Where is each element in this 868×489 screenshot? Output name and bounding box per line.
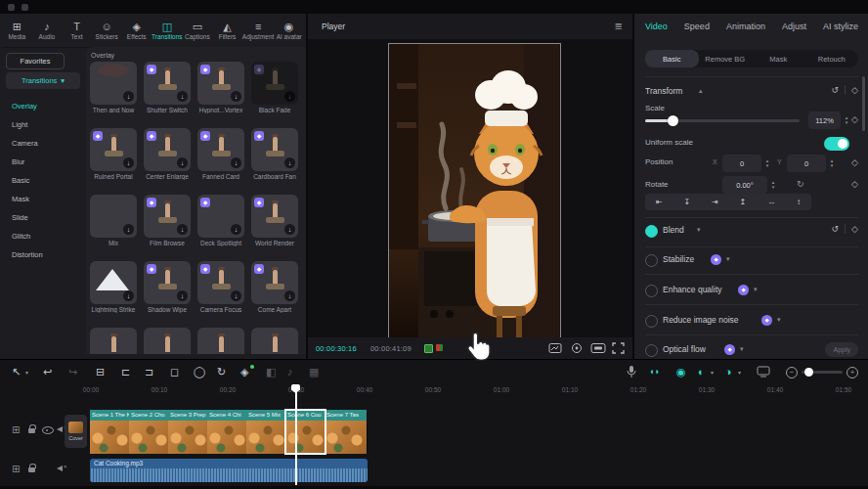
enhance-quality-checkbox[interactable] xyxy=(645,285,658,297)
chroma-key-icon[interactable]: ◯ xyxy=(194,365,205,378)
transition-card[interactable]: ↓ Then and Now xyxy=(90,62,137,113)
scale-value-field[interactable]: 112% xyxy=(808,111,841,129)
transition-card[interactable]: ◆↓ Center Enlarge xyxy=(144,128,191,180)
timeline-clip[interactable]: Scene 7 Tas xyxy=(325,410,368,454)
download-icon[interactable]: ↓ xyxy=(231,157,241,168)
sidebar-item-blur[interactable]: Blur xyxy=(12,157,24,166)
position-y-stepper[interactable]: ▴ ▾ xyxy=(827,155,837,172)
zoom-out-icon[interactable]: − xyxy=(786,367,798,378)
keyframe-icon[interactable]: ◇ xyxy=(851,224,858,234)
favorites-button[interactable]: Favorites xyxy=(6,53,65,69)
stepper-down-icon[interactable]: ▾ xyxy=(766,163,769,168)
tab-filters[interactable]: ◭Filters xyxy=(212,14,242,47)
stabilize-checkbox[interactable] xyxy=(645,254,658,267)
sidebar-item-mask[interactable]: Mask xyxy=(12,195,29,203)
stepper-down-icon[interactable]: ▾ xyxy=(846,120,848,125)
player-menu-icon[interactable]: ≣ xyxy=(615,21,623,31)
chevron-down-icon[interactable]: ▾ xyxy=(777,316,781,324)
tab-video[interactable]: Video xyxy=(645,22,668,31)
download-icon[interactable]: ↓ xyxy=(231,91,241,102)
transition-card[interactable] xyxy=(251,328,298,354)
visibility-icon[interactable] xyxy=(41,423,53,435)
transition-card[interactable] xyxy=(197,328,244,354)
download-icon[interactable]: ↓ xyxy=(123,157,134,168)
preview-toggle-icon[interactable]: ◐ xyxy=(698,365,705,378)
download-icon[interactable]: ↓ xyxy=(123,224,134,235)
trim-right-icon[interactable]: ⊐ xyxy=(145,365,153,378)
download-icon[interactable]: ↓ xyxy=(123,290,134,301)
align-bottom-icon[interactable]: ↧ xyxy=(683,198,690,206)
transition-card[interactable]: ◆↓ Shutter Switch xyxy=(144,62,191,113)
transition-card[interactable]: ◆↓ Ruined Portal xyxy=(90,128,137,180)
download-icon[interactable]: ↓ xyxy=(177,91,188,102)
scale-slider[interactable] xyxy=(645,119,800,122)
download-icon[interactable]: ↓ xyxy=(177,157,188,168)
timeline-clip-selected[interactable]: Scene 6 Coo xyxy=(285,410,326,454)
chevron-down-icon[interactable]: ▾ xyxy=(754,286,758,293)
sidebar-item-light[interactable]: Light xyxy=(12,120,27,129)
keyframe-icon[interactable]: ◇ xyxy=(851,179,858,189)
tab-media[interactable]: ⊞Media xyxy=(2,14,32,47)
undo-icon[interactable]: ↩ xyxy=(43,365,52,378)
tab-adjustment[interactable]: ≡Adjustment xyxy=(242,14,275,47)
tab-ai-stylize[interactable]: AI stylize xyxy=(823,22,858,31)
loop-icon[interactable]: ↻ xyxy=(217,365,226,378)
subtab-basic[interactable]: Basic xyxy=(645,50,699,67)
download-icon[interactable]: ↓ xyxy=(231,290,241,301)
position-y-field[interactable]: 0 xyxy=(787,155,826,172)
transition-card[interactable]: ◆↓ Come Apart xyxy=(251,261,298,313)
tab-adjust[interactable]: Adjust xyxy=(782,22,806,31)
align-top-icon[interactable]: ↥ xyxy=(740,198,747,206)
reset-icon[interactable]: ↺ xyxy=(832,85,840,95)
subtab-retouch[interactable]: Retouch xyxy=(805,50,859,67)
snap-toggle-icon[interactable]: ◖◗ xyxy=(649,365,660,378)
stepper-down-icon[interactable]: ▾ xyxy=(831,163,834,168)
sidebar-item-distortion[interactable]: Distortion xyxy=(12,250,43,259)
track-options-icon[interactable]: ◧ xyxy=(266,365,276,378)
cover-button[interactable]: Cover xyxy=(65,415,87,448)
timeline-clip[interactable]: Scene 1 The K xyxy=(90,410,130,454)
blend-checkbox[interactable] xyxy=(645,225,658,238)
transition-card[interactable]: ◆↓ Shadow Wipe xyxy=(144,261,191,313)
audio-clip[interactable]: Cat Cooking.mp3 xyxy=(90,459,368,482)
trim-left-icon[interactable]: ⊏ xyxy=(121,365,130,378)
transitions-group-button[interactable]: Transitions ▾ xyxy=(6,72,80,89)
stepper-down-icon[interactable]: ▾ xyxy=(772,185,775,190)
timeline-clip[interactable]: Scene 2 Cho xyxy=(129,410,169,454)
transition-card[interactable]: ↓ Mix xyxy=(90,195,137,246)
transition-card[interactable] xyxy=(144,328,191,354)
preview-window-icon[interactable] xyxy=(757,366,770,378)
download-icon[interactable]: ↓ xyxy=(284,224,295,235)
chevron-down-icon[interactable]: ▾ xyxy=(697,226,701,234)
preview-canvas[interactable] xyxy=(308,40,632,337)
aspect-ratio-icon[interactable] xyxy=(548,342,562,354)
transition-card[interactable]: ◆↓ Film Browse xyxy=(144,195,191,246)
timeline-clip[interactable]: Scene 5 Mix xyxy=(246,410,286,454)
download-icon[interactable]: ↓ xyxy=(177,224,188,235)
timeline-clip[interactable]: Scene 3 Prep xyxy=(168,410,208,454)
transition-card[interactable]: ◆↓ World Render xyxy=(251,195,298,246)
transition-card[interactable]: ◆↓ Hypnot...Vortex xyxy=(197,62,244,113)
transition-card[interactable]: ↓ Lightning Strike xyxy=(90,261,137,313)
record-voiceover-icon[interactable] xyxy=(626,365,637,378)
transition-card[interactable] xyxy=(90,328,137,354)
keyframe-icon[interactable]: ◇ xyxy=(851,157,858,167)
keyframe-icon[interactable]: ◇ xyxy=(851,114,858,124)
autoscroll-toggle-icon[interactable]: ◑ xyxy=(725,365,732,378)
preview-quality-icon[interactable] xyxy=(590,342,606,354)
sidebar-item-slide[interactable]: Slide xyxy=(12,213,28,222)
tab-animation[interactable]: Animation xyxy=(726,22,765,31)
chevron-down-icon[interactable]: ▾ xyxy=(740,345,744,353)
transition-card[interactable]: ◆↓ Deck Spotlight xyxy=(197,195,244,246)
fullscreen-icon[interactable] xyxy=(612,342,625,354)
tab-effects[interactable]: ◈Effects xyxy=(121,14,152,47)
sidebar-item-basic[interactable]: Basic xyxy=(12,176,29,185)
position-x-stepper[interactable]: ▴ ▾ xyxy=(762,155,772,172)
zoom-in-icon[interactable]: + xyxy=(846,367,858,378)
chevron-up-icon[interactable]: ▴ xyxy=(699,87,703,95)
transition-card[interactable]: ◆↓ Cardboard Fan xyxy=(251,128,298,180)
sidebar-item-camera[interactable]: Camera xyxy=(12,139,38,148)
download-icon[interactable]: ↓ xyxy=(177,290,188,301)
reduce-noise-checkbox[interactable] xyxy=(645,315,658,328)
audio-tool-icon[interactable]: ♪ xyxy=(287,365,293,378)
